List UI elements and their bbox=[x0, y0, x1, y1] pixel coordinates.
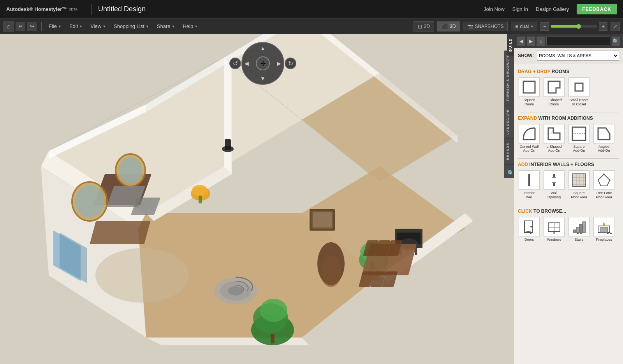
svg-point-25 bbox=[75, 185, 104, 218]
nav-up-button[interactable]: ▲ bbox=[260, 45, 266, 51]
nav-right-button[interactable]: ▶ bbox=[277, 60, 281, 66]
fullscreen-button[interactable]: ⤢ bbox=[611, 22, 620, 31]
divider-1 bbox=[518, 112, 619, 112]
edit-menu[interactable]: Edit ▼ bbox=[66, 22, 86, 31]
furnish-decorate-tab[interactable]: FURNISH & DECORATE bbox=[504, 51, 514, 105]
undo-button[interactable]: ↩ bbox=[16, 22, 25, 31]
stairs-item[interactable]: Stairs bbox=[568, 217, 590, 242]
curved-wall-icon bbox=[519, 124, 540, 144]
windows-icon bbox=[544, 217, 565, 236]
svg-marker-11 bbox=[224, 58, 232, 174]
divider-2 bbox=[518, 158, 619, 159]
feedback-button[interactable]: FEEDBACK bbox=[577, 4, 617, 14]
zoom-in-button[interactable]: + bbox=[599, 22, 607, 31]
angled-addon-item[interactable]: AngledAdd-On bbox=[593, 124, 615, 153]
divider-3 bbox=[518, 205, 619, 205]
l-shaped-addon-label: L-ShapedAdd-On bbox=[546, 145, 561, 153]
svg-point-94 bbox=[580, 233, 582, 234]
svg-point-87 bbox=[553, 231, 555, 232]
landscape-tab[interactable]: LANDSCAPE bbox=[504, 105, 514, 138]
square-addon-item[interactable]: SquareAdd-On bbox=[568, 124, 590, 153]
square-floor-item[interactable]: SquareFloor Area bbox=[568, 170, 590, 200]
square-addon-label: SquareAdd-On bbox=[573, 145, 585, 153]
svg-point-27 bbox=[119, 157, 142, 184]
show-label: SHOW: bbox=[518, 53, 534, 58]
freeform-floor-icon bbox=[593, 170, 614, 190]
home-button[interactable]: ⌂ bbox=[3, 21, 14, 32]
small-room-label: Small Roomor Closet bbox=[569, 98, 588, 107]
svg-point-93 bbox=[577, 233, 579, 234]
angled-addon-icon bbox=[593, 124, 614, 144]
design-gallery-link[interactable]: Design Gallery bbox=[536, 6, 569, 12]
share-menu[interactable]: Share ▼ bbox=[154, 22, 178, 31]
rotate-left-button[interactable]: ↺ bbox=[229, 58, 241, 69]
canvas[interactable]: ↺ ▲ ▼ ◀ ▶ ✛ ↻ bbox=[0, 34, 514, 364]
panel-home-button[interactable]: ⌂ bbox=[537, 37, 545, 46]
svg-rect-92 bbox=[583, 222, 586, 233]
snapshots-button[interactable]: 📷 SNAPSHOTS bbox=[463, 22, 508, 31]
nav-ring: ▲ ▼ ◀ ▶ ✛ bbox=[241, 42, 284, 85]
build-label[interactable]: BUILD bbox=[507, 34, 514, 56]
svg-rect-37 bbox=[271, 334, 275, 343]
doors-item[interactable]: Doors bbox=[518, 217, 540, 242]
square-floor-icon bbox=[568, 170, 590, 190]
redo-button[interactable]: ↪ bbox=[27, 22, 37, 31]
small-room-item[interactable]: Small Roomor Closet bbox=[568, 77, 590, 107]
l-shaped-room-item[interactable]: L-ShapedRoom bbox=[543, 77, 565, 107]
dual-view-button[interactable]: ⊞ dual ▼ bbox=[511, 22, 537, 31]
sign-in-link[interactable]: Sign In bbox=[512, 6, 528, 12]
nav-down-button[interactable]: ▼ bbox=[260, 75, 266, 82]
fireplaces-item[interactable]: Fireplaces bbox=[593, 217, 615, 242]
magnifier-button[interactable]: 🔍 bbox=[504, 164, 514, 178]
curved-wall-item[interactable]: Curved WallAdd-On bbox=[518, 124, 540, 153]
shopping-list-menu[interactable]: Shopping List ▼ bbox=[111, 22, 152, 31]
panel-back-button[interactable]: ◀ bbox=[517, 37, 525, 46]
svg-point-31 bbox=[320, 256, 341, 287]
panel-search-input[interactable] bbox=[546, 37, 610, 46]
freeform-floor-item[interactable]: Free-FormFloor Area bbox=[593, 170, 615, 200]
svg-point-36 bbox=[260, 299, 287, 322]
panel-search-button[interactable]: 🔍 bbox=[612, 37, 620, 46]
vertical-tabs: FURNISH & DECORATE LANDSCAPE BRANDS 🔍 bbox=[504, 51, 514, 178]
top-bar: Autodesk® Homestyler™ BETA Untitled Desi… bbox=[0, 0, 623, 19]
svg-point-82 bbox=[530, 226, 532, 228]
wall-opening-item[interactable]: WallOpening bbox=[543, 170, 565, 200]
view-3d-button[interactable]: ⬛ 3D bbox=[437, 21, 460, 32]
zoom-fill bbox=[551, 25, 579, 28]
drag-rooms-grid: SquareRoom L-ShapedRoom bbox=[518, 77, 619, 107]
svg-rect-89 bbox=[573, 230, 576, 233]
room-additions-grid: Curved WallAdd-On L-ShapedAdd-On bbox=[518, 124, 619, 153]
rotate-right-button[interactable]: ↻ bbox=[285, 58, 296, 69]
browse-header: CLICK TO BROWSE... bbox=[518, 208, 619, 214]
windows-item[interactable]: Windows bbox=[543, 217, 565, 242]
panel-forward-button[interactable]: ▶ bbox=[527, 37, 535, 46]
l-shaped-room-icon bbox=[544, 77, 565, 97]
svg-rect-90 bbox=[576, 227, 579, 233]
interior-wall-item[interactable]: InteriorWall bbox=[518, 170, 540, 200]
zoom-slider[interactable] bbox=[551, 25, 597, 28]
join-now-link[interactable]: Join Now bbox=[484, 6, 504, 12]
svg-rect-60 bbox=[199, 196, 202, 203]
view-controls: ⊡ 2D ⬛ 3D 📷 SNAPSHOTS ⊞ dual ▼ − + ⤢ bbox=[414, 21, 620, 32]
brands-tab[interactable]: BRANDS bbox=[504, 138, 514, 164]
square-room-item[interactable]: SquareRoom bbox=[518, 77, 540, 107]
svg-point-61 bbox=[95, 248, 189, 303]
interior-walls-grid: InteriorWall WallOpening bbox=[518, 170, 619, 200]
l-shaped-addon-icon bbox=[544, 124, 565, 144]
interior-wall-label: InteriorWall bbox=[524, 191, 535, 200]
nav-center-button[interactable]: ✛ bbox=[256, 56, 270, 70]
view-menu[interactable]: View ▼ bbox=[87, 22, 109, 31]
nav-left-button[interactable]: ◀ bbox=[245, 60, 249, 66]
file-menu[interactable]: File ▼ bbox=[46, 22, 65, 31]
wall-opening-label: WallOpening bbox=[547, 191, 561, 200]
angled-addon-label: AngledAdd-On bbox=[598, 145, 610, 153]
view-2d-button[interactable]: ⊡ 2D bbox=[414, 21, 434, 32]
panel-content: DRAG + DROP ROOMS SquareRoom bbox=[514, 63, 623, 364]
wall-opening-icon bbox=[544, 170, 565, 190]
square-addon-icon bbox=[568, 124, 590, 144]
help-menu[interactable]: Help ▼ bbox=[180, 22, 201, 31]
zoom-out-button[interactable]: − bbox=[540, 22, 549, 31]
show-dropdown[interactable]: ROOMS, WALLS & AREAS EVERYTHING FLOOR PL… bbox=[537, 51, 619, 61]
svg-rect-96 bbox=[600, 228, 608, 233]
l-shaped-addon-item[interactable]: L-ShapedAdd-On bbox=[543, 124, 565, 153]
